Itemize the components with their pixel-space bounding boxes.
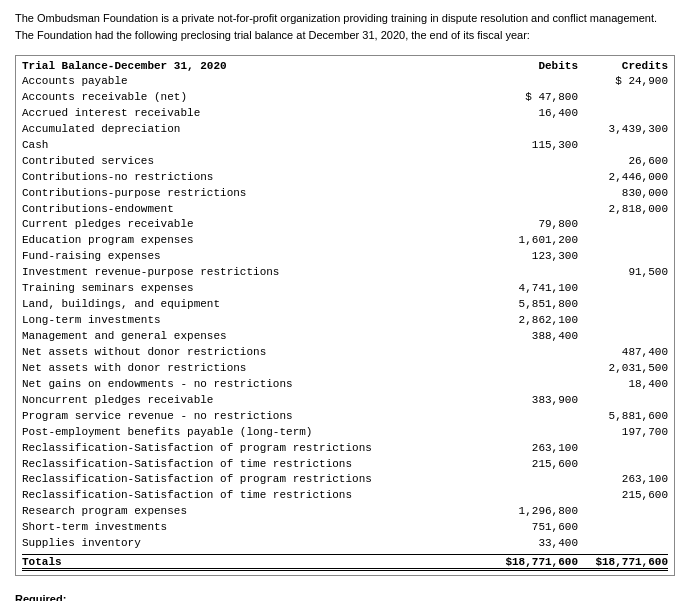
table-row: Program service revenue - no restriction… bbox=[22, 409, 668, 425]
trial-balance-table: Trial Balance-December 31, 2020 Debits C… bbox=[15, 55, 675, 576]
table-row: Cash 115,300 bbox=[22, 138, 668, 154]
table-row: Reclassification-Satisfaction of time re… bbox=[22, 488, 668, 504]
table-row: Land, buildings, and equipment 5,851,800 bbox=[22, 297, 668, 313]
table-row: Accounts receivable (net) $ 47,800 bbox=[22, 90, 668, 106]
table-row: Supplies inventory 33,400 bbox=[22, 536, 668, 552]
table-row: Reclassification-Satisfaction of program… bbox=[22, 441, 668, 457]
required-label: Required: bbox=[15, 590, 675, 601]
tb-totals-debit: $18,771,600 bbox=[488, 556, 578, 568]
table-row: Education program expenses 1,601,200 bbox=[22, 233, 668, 249]
table-row: Net gains on endowments - no restriction… bbox=[22, 377, 668, 393]
table-row: Contributions-endowment 2,818,000 bbox=[22, 202, 668, 218]
tb-totals-credit: $18,771,600 bbox=[578, 556, 668, 568]
table-row: Accounts payable $ 24,900 bbox=[22, 74, 668, 90]
intro-paragraph: The Ombudsman Foundation is a private no… bbox=[15, 10, 675, 43]
table-row: Noncurrent pledges receivable 383,900 bbox=[22, 393, 668, 409]
table-row: Investment revenue-purpose restrictions … bbox=[22, 265, 668, 281]
table-row: Current pledges receivable 79,800 bbox=[22, 217, 668, 233]
table-row: Fund-raising expenses 123,300 bbox=[22, 249, 668, 265]
table-row: Training seminars expenses 4,741,100 bbox=[22, 281, 668, 297]
tb-header: Trial Balance-December 31, 2020 Debits C… bbox=[22, 60, 668, 72]
table-row: Research program expenses 1,296,800 bbox=[22, 504, 668, 520]
tb-totals-label: Totals bbox=[22, 556, 488, 568]
table-row: Reclassification-Satisfaction of time re… bbox=[22, 457, 668, 473]
table-row: Reclassification-Satisfaction of program… bbox=[22, 472, 668, 488]
table-row: Post-employment benefits payable (long-t… bbox=[22, 425, 668, 441]
tb-title-label: Trial Balance-December 31, 2020 bbox=[22, 60, 488, 72]
table-row: Contributions-purpose restrictions 830,0… bbox=[22, 186, 668, 202]
table-row: Net assets with donor restrictions 2,031… bbox=[22, 361, 668, 377]
table-row: Accrued interest receivable 16,400 bbox=[22, 106, 668, 122]
required-section: Required: a. Prepare closing entries for… bbox=[15, 590, 675, 601]
table-row: Short-term investments 751,600 bbox=[22, 520, 668, 536]
table-row: Accumulated depreciation 3,439,300 bbox=[22, 122, 668, 138]
table-row: Management and general expenses 388,400 bbox=[22, 329, 668, 345]
table-row: Contributions-no restrictions 2,446,000 bbox=[22, 170, 668, 186]
tb-totals-row: Totals $18,771,600 $18,771,600 bbox=[22, 554, 668, 571]
table-row: Net assets without donor restrictions 48… bbox=[22, 345, 668, 361]
table-row: Contributed services 26,600 bbox=[22, 154, 668, 170]
tb-debits-header: Debits bbox=[488, 60, 578, 72]
table-row: Long-term investments 2,862,100 bbox=[22, 313, 668, 329]
tb-credits-header: Credits bbox=[578, 60, 668, 72]
